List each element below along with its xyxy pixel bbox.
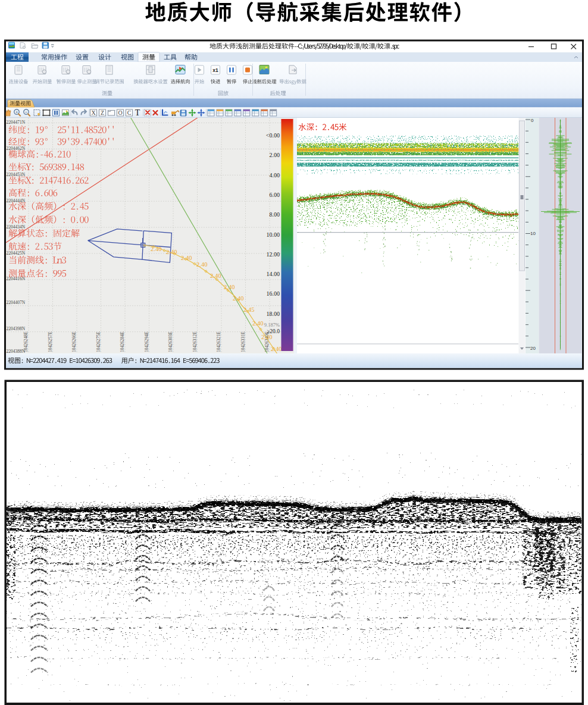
svg-text:2.40: 2.40 [196, 261, 207, 268]
svg-text:18.00: 18.00 [267, 311, 280, 317]
svg-text:10426266E: 10426266E [71, 331, 77, 352]
svg-text:2.40: 2.40 [166, 249, 177, 255]
svg-text:14.00: 14.00 [267, 271, 280, 277]
svg-text:20: 20 [530, 346, 536, 351]
svg-text:9.187%: 9.187% [264, 322, 280, 328]
svg-text:10426303E: 10426303E [168, 331, 173, 352]
svg-text:x1: x1 [212, 67, 218, 73]
svg-text:4.00: 4.00 [270, 172, 280, 178]
svg-text:10426321E: 10426321E [216, 331, 221, 352]
svg-text:2.00: 2.00 [270, 152, 280, 158]
svg-text:10426248E: 10426248E [23, 331, 29, 352]
svg-text:2204388N: 2204388N [7, 349, 26, 354]
svg-text:10.00: 10.00 [267, 231, 280, 238]
svg-text:2.40: 2.40 [151, 246, 161, 252]
svg-text:2204434N: 2204434N [7, 224, 26, 230]
svg-text:6.00: 6.00 [270, 192, 280, 198]
svg-text:2.40: 2.40 [271, 346, 282, 352]
svg-text:2.40: 2.40 [210, 272, 221, 279]
svg-text:10426257E: 10426257E [48, 331, 53, 352]
svg-text:10426312E: 10426312E [192, 331, 198, 352]
svg-text:16.00: 16.00 [267, 290, 280, 297]
svg-text:8.00: 8.00 [270, 211, 280, 218]
svg-text:10426275E: 10426275E [96, 331, 101, 352]
svg-text:0: 0 [531, 118, 534, 123]
svg-text:C: C [127, 109, 132, 116]
svg-text:2.45: 2.45 [243, 306, 254, 313]
svg-text:−: − [25, 109, 28, 115]
svg-text:X: X [91, 109, 96, 116]
svg-text:2204425N: 2204425N [7, 250, 26, 256]
svg-text:2.40: 2.40 [233, 295, 243, 302]
svg-text:T: T [135, 108, 140, 117]
svg-text:10426294E: 10426294E [144, 331, 149, 352]
svg-text:2.40: 2.40 [181, 255, 192, 261]
svg-text:2204453N: 2204453N [7, 172, 26, 177]
svg-text:10426284E: 10426284E [120, 331, 125, 352]
svg-text:2.40: 2.40 [261, 334, 272, 340]
svg-text:2204462N: 2204462N [7, 146, 26, 151]
svg-text:10426331E: 10426331E [240, 331, 246, 352]
svg-text:<0.00: <0.00 [266, 132, 280, 139]
svg-text:2204471N: 2204471N [7, 120, 26, 125]
svg-text:2204444N: 2204444N [7, 198, 26, 203]
svg-text:2204407N: 2204407N [7, 300, 26, 305]
svg-text:O: O [118, 109, 122, 116]
svg-text:2.40: 2.40 [252, 320, 263, 327]
svg-text:≥20.0: ≥20.0 [267, 328, 280, 334]
svg-text:2.40: 2.40 [224, 284, 234, 290]
svg-text:2204398N: 2204398N [7, 326, 26, 331]
svg-text:Z: Z [101, 109, 104, 116]
svg-text:+: + [15, 109, 18, 115]
svg-text:10: 10 [530, 231, 536, 236]
svg-text:12.00: 12.00 [267, 251, 280, 258]
